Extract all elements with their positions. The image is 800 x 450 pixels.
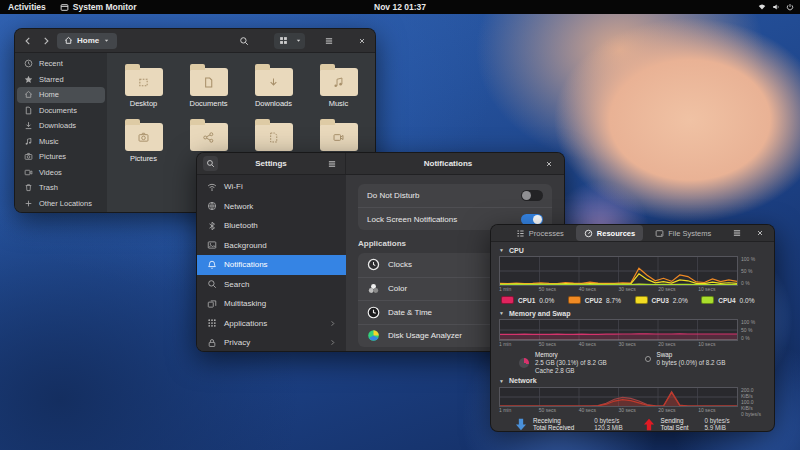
sidebar-item-recent[interactable]: Recent [15,56,107,72]
bluetooth-icon [207,221,217,231]
system-monitor-headerbar[interactable]: Processes Resources File Systems [491,225,774,242]
cpu2-swatch [568,296,581,304]
y-tick-label: 100 % [741,256,766,262]
sidebar-item-wifi[interactable]: Wi-Fi [197,177,346,197]
folder-downloads[interactable]: Downloads [241,63,306,108]
sidebar-item-downloads[interactable]: Downloads [15,118,107,134]
y-tick-label: 50 % [741,268,766,274]
x-tick-label: 1 min [499,407,511,413]
legend-cpu4[interactable]: CPU4 0.0% [701,296,764,304]
star-icon [24,75,33,84]
close-icon[interactable] [355,34,369,48]
top-bar: Activities System Monitor Nov 12 01:37 [0,0,800,14]
folder-music[interactable]: Music [306,63,371,108]
y-tick-label: 200.0 KiB/s [741,387,766,399]
legend-cpu3[interactable]: CPU3 2.0% [635,296,698,304]
sidebar-item-home[interactable]: Home [17,87,105,103]
menu-button[interactable] [324,156,339,171]
breadcrumb[interactable]: Home [57,33,117,49]
system-monitor-window: Processes Resources File Systems ▼ CPU [490,224,775,432]
menu-button[interactable] [729,225,745,241]
sidebar-item-search[interactable]: Search [197,275,346,295]
x-tick-label: 20 secs [658,286,675,292]
sidebar-item-privacy[interactable]: Privacy [197,333,346,352]
folder-icon [320,68,358,96]
sending-info: Sending Total Sent 0 bytes/s 5.9 MiB [637,417,765,432]
sidebar-item-documents[interactable]: Documents [15,103,107,119]
memory-section-header[interactable]: ▼ Memory and Swap [499,307,766,319]
sidebar-item-starred[interactable]: Starred [15,72,107,88]
x-tick-label: 20 secs [658,407,675,413]
legend-cpu1[interactable]: CPU1 0.0% [501,296,564,304]
drive-icon [655,229,664,238]
folder-icon [125,68,163,96]
search-icon [207,279,217,289]
wifi-icon [207,182,217,192]
files-sidebar: Recent Starred Home Documents Downloads … [15,53,107,213]
back-button[interactable] [21,34,35,48]
legend-cpu2[interactable]: CPU2 8.7% [568,296,631,304]
tab-processes[interactable]: Processes [508,225,572,241]
globe-icon [207,201,217,211]
settings-sidebar: Wi-Fi Network Bluetooth Background Notif… [197,175,346,351]
power-icon [786,3,794,11]
sidebar-item-music[interactable]: Music [15,134,107,150]
lock-screen-notifications-toggle[interactable] [521,214,543,225]
home-icon [64,36,73,45]
tab-file-systems[interactable]: File Systems [647,225,719,241]
tab-resources[interactable]: Resources [576,225,643,241]
search-button[interactable] [203,156,218,171]
folder-icon [255,123,293,151]
lock-icon [207,338,217,348]
search-button[interactable] [236,33,252,49]
settings-headerbar[interactable]: Settings Notifications [197,153,564,175]
disk-usage-app-icon [367,329,380,342]
view-toggle-group [274,33,305,49]
network-section-header[interactable]: ▼ Network [499,375,766,387]
sidebar-item-other-locations[interactable]: Other Locations [15,196,107,212]
swap-info: Swap 0 bytes (0.0%) of 8.2 GB [639,351,765,367]
activities-button[interactable]: Activities [8,2,46,12]
sidebar-item-applications[interactable]: Applications [197,314,346,334]
app-window-icon [60,3,69,12]
memory-pie-icon [519,358,529,368]
x-tick-label: 40 secs [579,341,596,347]
receiving-info: Receiving Total Received 0 bytes/s 120.3… [501,417,637,432]
swap-pie-icon [645,356,651,362]
view-options-caret[interactable] [292,34,304,48]
grid-view-button[interactable] [275,34,291,48]
do-not-disturb-toggle[interactable] [521,190,543,201]
disclosure-triangle-icon: ▼ [499,310,504,316]
y-tick-label: 100.0 KiB/s [741,399,766,411]
folder-documents[interactable]: Documents [176,63,241,108]
x-tick-label: 50 secs [539,286,556,292]
x-tick-label: 30 secs [619,341,636,347]
cpu-section-header[interactable]: ▼ CPU [499,244,766,256]
system-status-area[interactable] [758,3,794,11]
clock-icon [24,59,33,68]
sidebar-item-background[interactable]: Background [197,236,346,256]
folder-icon [320,123,358,151]
sidebar-item-bluetooth[interactable]: Bluetooth [197,216,346,236]
sidebar-item-trash[interactable]: Trash [15,180,107,196]
memory-info: Memory 2.5 GB (30.1%) of 8.2 GB Cache 2.… [501,351,639,375]
sidebar-item-notifications[interactable]: Notifications [197,255,346,275]
sidebar-item-multitasking[interactable]: Multitasking [197,294,346,314]
network-chart: 1 min50 secs40 secs30 secs20 secs10 secs… [499,387,766,414]
folder-icon [255,68,293,96]
disclosure-triangle-icon: ▼ [499,378,504,384]
menu-button[interactable] [321,33,337,49]
close-icon[interactable] [542,157,556,171]
x-tick-label: 10 secs [698,286,715,292]
folder-desktop[interactable]: Desktop [111,63,176,108]
close-icon[interactable] [753,226,767,240]
files-headerbar[interactable]: Home [15,29,375,53]
sidebar-item-network[interactable]: Network [197,197,346,217]
folder-pictures[interactable]: Pictures [111,118,176,163]
clock[interactable]: Nov 12 01:37 [374,2,426,12]
focused-app-menu[interactable]: System Monitor [60,2,137,12]
sidebar-item-pictures[interactable]: Pictures [15,149,107,165]
x-tick-label: 40 secs [579,286,596,292]
forward-button[interactable] [39,34,53,48]
sidebar-item-videos[interactable]: Videos [15,165,107,181]
